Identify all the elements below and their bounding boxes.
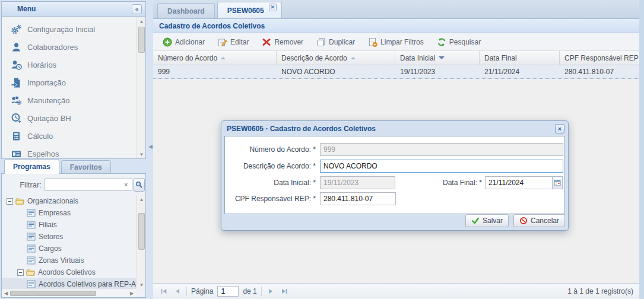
menu-item-horarios[interactable]: Horários [2,56,136,74]
tree-node-organizacionais[interactable]: Organizacionais [2,195,136,207]
clear-filter-icon[interactable]: × [124,181,132,188]
tree-node-label: Empresas [39,209,71,217]
filter-row: Filtrar: × [2,177,145,192]
menu-item-calculo[interactable]: Cálculo [2,127,136,145]
sort-asc-icon [221,57,226,59]
scroll-left-icon[interactable]: ◀ [2,290,10,297]
numero-input[interactable] [320,143,563,156]
column-header-descricao-de-acordo[interactable]: Descrição de Acordo [277,51,395,65]
menu-header: Menu « [2,2,145,17]
close-tab-icon[interactable]: ✕ [269,4,277,11]
tree-node-empresas[interactable]: Empresas [2,207,136,219]
separator [261,287,262,296]
cancelar-button[interactable]: Cancelar [513,214,565,227]
dialog-close-icon[interactable]: × [555,124,564,133]
data-final-label: Data Final: * [400,179,482,187]
date-picker-button[interactable] [553,176,563,189]
scrollbar-thumb[interactable] [138,213,145,250]
pesquisar-button[interactable]: Pesquisar [432,36,486,49]
menu-panel: Menu « Configuração Inicial Colaboradore… [1,1,146,159]
column-label: Data Inicial [400,54,435,62]
remove-icon [262,37,271,47]
menu-scrollbar[interactable]: ▲ ▼ [137,17,145,158]
collapse-sidebar-icon[interactable]: ◀ [148,144,153,150]
page-total-label: de 1 [243,287,256,295]
add-icon [163,37,172,47]
column-label: Data Final [484,54,517,62]
last-page-button[interactable] [280,287,289,296]
column-header-cpf-responsavel-rep[interactable]: CPF Responsável REP [560,51,639,65]
tree-node-acordos-coletivos-rep-a[interactable]: Acordos Coletivos para REP-A [2,278,136,289]
tree-hscrollbar[interactable]: ◀ ▶ [2,290,136,297]
data-final-input[interactable] [485,176,553,189]
tab-programas[interactable]: Programas [4,159,59,174]
first-page-button[interactable] [159,287,169,296]
tab-favoritos[interactable]: Favoritos [61,160,111,174]
prev-page-button[interactable] [173,287,182,296]
menu-item-quitacao-bh[interactable]: Quitação BH [2,109,136,127]
tree-node-filiais[interactable]: Filiais [2,219,136,231]
filter-search-button[interactable] [134,178,145,192]
scroll-up-icon[interactable]: ▲ [138,195,145,203]
tree-node-acordos-coletivos[interactable]: Acordos Coletivos [2,266,136,278]
collapse-node-icon[interactable] [17,269,24,276]
salvar-button[interactable]: Salvar [465,214,509,227]
column-header-data-inicial[interactable]: Data Inicial [395,51,480,65]
tab-psew0605[interactable]: PSEW0605 ✕ [217,2,282,18]
menu-item-importacao[interactable]: Importação [2,74,136,91]
tab-dashboard[interactable]: Dashboard [157,3,215,18]
duplicar-button[interactable]: Duplicar [312,36,360,49]
dialog-titlebar[interactable]: PSEW0605 - Cadastro de Acordos Coletivos… [221,121,568,136]
tree-node-zonas-virtuais[interactable]: Zonas Virtuais [2,255,136,266]
descricao-input[interactable] [320,160,563,173]
scrollbar-thumb[interactable] [10,291,96,296]
folder-icon [15,197,24,205]
person-icon [11,42,22,53]
records-summary: 1 à 1 de 1 registro(s) [567,287,633,295]
column-header-data-final[interactable]: Data Final [480,51,560,65]
refresh-icon [437,37,446,47]
sidebar: Menu « Configuração Inicial Colaboradore… [0,0,147,299]
tree-node-label: Filiais [39,221,57,229]
form-leaf-icon [27,221,36,229]
tree-node-cargos[interactable]: Cargos [2,243,136,255]
prev-page-icon [173,287,182,295]
column-header-numero-do-acordo[interactable]: Número do Acordo [153,51,277,65]
cpf-input[interactable] [320,192,396,205]
menu-item-label: Importação [27,78,66,87]
column-menu-icon[interactable] [439,56,445,59]
collapse-menu-button[interactable]: « [132,4,142,14]
tree-node-setores[interactable]: Setores [2,231,136,243]
adicionar-button[interactable]: Adicionar [158,36,210,49]
filter-input[interactable] [45,179,132,191]
scroll-right-icon[interactable]: ▶ [128,290,136,297]
toolbar-label: Limpar Filtros [380,38,424,46]
sidebar-splitter[interactable]: ◀ [147,0,153,299]
scroll-down-icon[interactable]: ▼ [138,281,145,289]
scroll-up-icon[interactable]: ▲ [138,17,145,26]
scroll-down-icon[interactable]: ▼ [138,150,145,158]
menu-item-colaboradores[interactable]: Colaboradores [2,38,136,56]
grid-header: Número do Acordo Descrição de Acordo Dat… [153,51,639,65]
data-inicial-input[interactable] [320,176,395,189]
tree-vscrollbar[interactable]: ▲ ▼ [137,195,145,289]
limpar-filtros-button[interactable]: Limpar Filtros [363,36,429,49]
menu-item-label: Colaboradores [27,43,78,52]
scrollbar-thumb[interactable] [138,27,145,53]
data-inicial-label: Data Inicial: * [225,179,316,187]
cell-descricao: NOVO ACORDO [277,65,395,78]
grid-row-selected[interactable]: 999 NOVO ACORDO 19/11/2023 21/11/2024 28… [153,65,639,79]
tab-label: Programas [13,163,50,171]
descricao-label: Descrição de Acordo: * [225,162,316,170]
editar-button[interactable]: Editar [213,36,253,49]
button-label: Cancelar [531,217,559,225]
dialog-footer: Salvar Cancelar [224,213,565,228]
next-page-button[interactable] [266,287,275,296]
remover-button[interactable]: Remover [257,36,308,49]
panel-title: Cadastro de Acordos Coletivos [159,22,265,30]
collapse-node-icon[interactable] [7,198,13,205]
menu-item-configuracao-inicial[interactable]: Configuração Inicial [2,20,136,38]
menu-item-label: Horários [27,61,56,69]
page-number-input[interactable] [217,286,239,297]
menu-item-manutencao[interactable]: Manutenção [2,91,136,109]
